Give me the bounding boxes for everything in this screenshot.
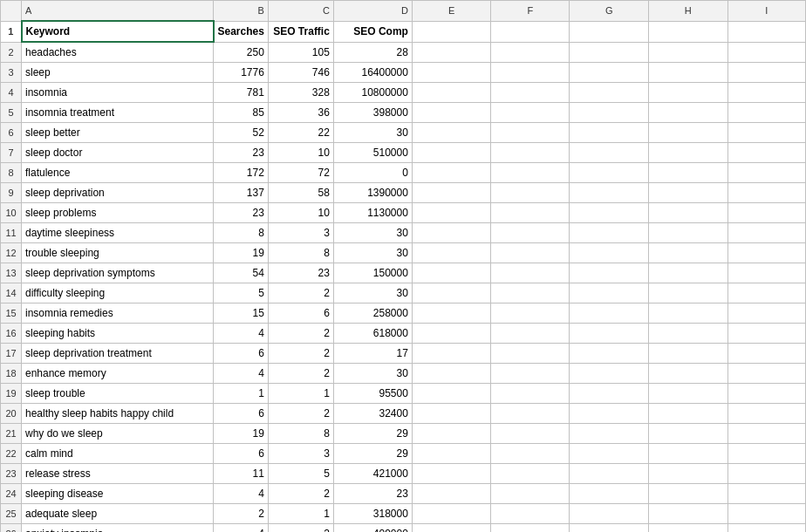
cell-c11[interactable]: 3	[268, 223, 333, 243]
cell-b10[interactable]: 23	[214, 203, 269, 223]
cell-c2[interactable]: 105	[268, 42, 333, 63]
cell-h26[interactable]	[649, 524, 727, 533]
cell-e23[interactable]	[412, 464, 490, 484]
cell-e10[interactable]	[412, 203, 490, 223]
cell-d16[interactable]: 618000	[333, 324, 412, 344]
cell-g6[interactable]	[570, 123, 649, 143]
cell-d22[interactable]: 29	[333, 444, 412, 464]
cell-g23[interactable]	[570, 464, 649, 484]
cell-b21[interactable]: 19	[214, 424, 269, 444]
cell-h7[interactable]	[649, 143, 727, 163]
cell-h23[interactable]	[649, 464, 727, 484]
cell-i18[interactable]	[727, 364, 806, 384]
cell-i4[interactable]	[727, 83, 806, 103]
cell-f2[interactable]	[491, 42, 570, 63]
cell-i23[interactable]	[727, 464, 806, 484]
cell-b12[interactable]: 19	[214, 243, 269, 263]
cell-i9[interactable]	[727, 183, 806, 203]
cell-d14[interactable]: 30	[333, 283, 412, 304]
cell-h9[interactable]	[649, 183, 727, 203]
cell-g12[interactable]	[570, 243, 649, 263]
col-header-g[interactable]: G	[570, 1, 649, 22]
cell-b3[interactable]: 1776	[214, 63, 269, 83]
cell-g5[interactable]	[570, 103, 649, 123]
cell-h13[interactable]	[649, 263, 727, 283]
cell-h12[interactable]	[649, 243, 727, 263]
cell-b16[interactable]: 4	[214, 324, 269, 344]
cell-e12[interactable]	[412, 243, 490, 263]
col-header-b[interactable]: B	[214, 1, 269, 22]
cell-c7[interactable]: 10	[268, 143, 333, 163]
cell-a13[interactable]: sleep deprivation symptoms	[22, 263, 214, 283]
cell-a24[interactable]: sleeping disease	[22, 484, 214, 504]
cell-h16[interactable]	[649, 324, 727, 344]
cell-b2[interactable]: 250	[214, 42, 269, 63]
cell-f26[interactable]	[491, 524, 570, 533]
cell-h6[interactable]	[649, 123, 727, 143]
cell-i24[interactable]	[727, 484, 806, 504]
cell-b13[interactable]: 54	[214, 263, 269, 283]
cell-c8[interactable]: 72	[268, 163, 333, 183]
cell-h11[interactable]	[649, 223, 727, 243]
cell-b14[interactable]: 5	[214, 283, 269, 304]
cell-g19[interactable]	[570, 384, 649, 404]
cell-c3[interactable]: 746	[268, 63, 333, 83]
cell-g26[interactable]	[570, 524, 649, 533]
cell-c1[interactable]: SEO Traffic	[268, 21, 333, 42]
cell-g20[interactable]	[570, 404, 649, 424]
cell-b20[interactable]: 6	[214, 404, 269, 424]
cell-e8[interactable]	[412, 163, 490, 183]
cell-d23[interactable]: 421000	[333, 464, 412, 484]
cell-g24[interactable]	[570, 484, 649, 504]
cell-a8[interactable]: flatulence	[22, 163, 214, 183]
cell-d18[interactable]: 30	[333, 364, 412, 384]
cell-d25[interactable]: 318000	[333, 504, 412, 524]
cell-c13[interactable]: 23	[268, 263, 333, 283]
cell-i1[interactable]	[727, 21, 806, 42]
cell-c4[interactable]: 328	[268, 83, 333, 103]
cell-i10[interactable]	[727, 203, 806, 223]
cell-a10[interactable]: sleep problems	[22, 203, 214, 223]
cell-b18[interactable]: 4	[214, 364, 269, 384]
cell-e15[interactable]	[412, 304, 490, 324]
cell-g10[interactable]	[570, 203, 649, 223]
cell-h22[interactable]	[649, 444, 727, 464]
cell-b17[interactable]: 6	[214, 344, 269, 364]
cell-c9[interactable]: 58	[268, 183, 333, 203]
cell-f1[interactable]	[491, 21, 570, 42]
cell-a26[interactable]: anxiety insomnia	[22, 524, 214, 533]
cell-i21[interactable]	[727, 424, 806, 444]
cell-i6[interactable]	[727, 123, 806, 143]
cell-e19[interactable]	[412, 384, 490, 404]
cell-b15[interactable]: 15	[214, 304, 269, 324]
cell-i13[interactable]	[727, 263, 806, 283]
cell-c15[interactable]: 6	[268, 304, 333, 324]
cell-c26[interactable]: 2	[268, 524, 333, 533]
cell-i3[interactable]	[727, 63, 806, 83]
col-header-d[interactable]: D	[333, 1, 412, 22]
cell-d12[interactable]: 30	[333, 243, 412, 263]
cell-c14[interactable]: 2	[268, 283, 333, 304]
cell-g21[interactable]	[570, 424, 649, 444]
cell-f6[interactable]	[491, 123, 570, 143]
cell-f23[interactable]	[491, 464, 570, 484]
cell-e21[interactable]	[412, 424, 490, 444]
cell-e14[interactable]	[412, 283, 490, 304]
cell-b1[interactable]: Searches	[214, 21, 269, 42]
cell-e1[interactable]	[412, 21, 490, 42]
cell-d26[interactable]: 409000	[333, 524, 412, 533]
cell-g17[interactable]	[570, 344, 649, 364]
col-header-i[interactable]: I	[727, 1, 806, 22]
cell-c23[interactable]: 5	[268, 464, 333, 484]
cell-b4[interactable]: 781	[214, 83, 269, 103]
cell-d21[interactable]: 29	[333, 424, 412, 444]
cell-f13[interactable]	[491, 263, 570, 283]
cell-f20[interactable]	[491, 404, 570, 424]
cell-b9[interactable]: 137	[214, 183, 269, 203]
cell-e22[interactable]	[412, 444, 490, 464]
cell-a6[interactable]: sleep better	[22, 123, 214, 143]
cell-h4[interactable]	[649, 83, 727, 103]
cell-d4[interactable]: 10800000	[333, 83, 412, 103]
cell-d9[interactable]: 1390000	[333, 183, 412, 203]
cell-f14[interactable]	[491, 283, 570, 304]
